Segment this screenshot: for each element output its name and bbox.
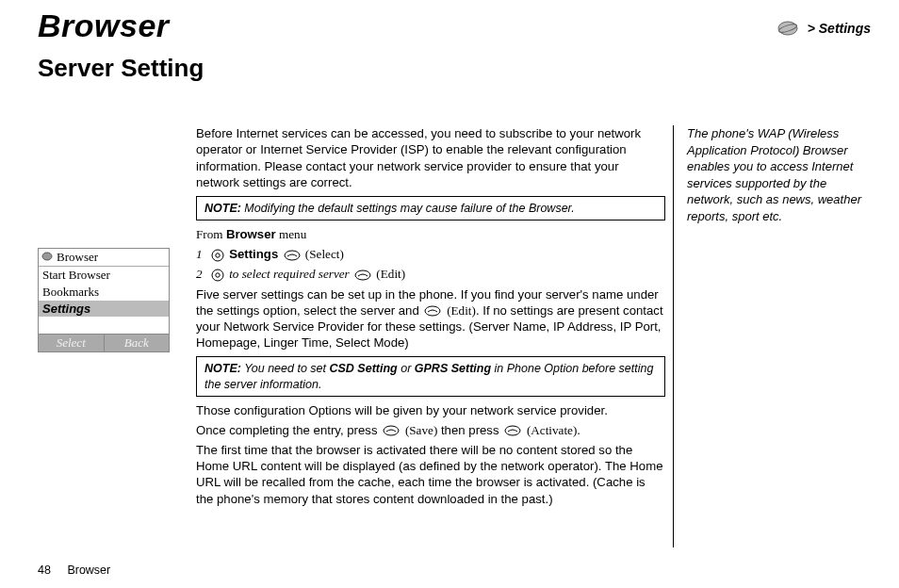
phone-title-text: Browser [57, 250, 98, 265]
sidebar-note: The phone's WAP (Wireless Application Pr… [673, 125, 871, 547]
from-prefix: From [196, 227, 226, 241]
svg-point-3 [212, 250, 223, 261]
globe-icon [41, 250, 53, 265]
phone-menu-item-selected: Settings [39, 301, 169, 317]
step-bold: Settings [229, 247, 278, 261]
paragraph: The first time that the browser is activ… [196, 442, 665, 507]
softkey-left: Select [39, 335, 104, 351]
svg-point-4 [216, 253, 220, 257]
section-heading: Server Setting [38, 54, 665, 120]
header-title: Browser [38, 8, 170, 44]
para-action: (Activate) [527, 423, 577, 437]
svg-point-5 [285, 251, 300, 260]
softkey-icon [284, 250, 301, 261]
phone-screen-title: Browser [39, 249, 169, 267]
sidebar-note-text: The phone's WAP (Wireless Application Pr… [687, 125, 871, 224]
note-box: NOTE: You need to set CSD Setting or GPR… [196, 356, 665, 397]
intro-paragraph: Before Internet services can be accessed… [196, 125, 665, 190]
breadcrumb: > Settings [776, 20, 871, 37]
para-action: (Edit) [447, 303, 476, 318]
para-text: Once completing the entry, press [196, 423, 381, 437]
svg-point-7 [216, 273, 220, 277]
note-body: Modifying the default settings may cause… [241, 202, 575, 215]
left-column: Browser Start Browser Bookmarks Settings… [38, 125, 179, 547]
note-label: NOTE: [204, 362, 241, 375]
softkey-icon [354, 270, 371, 281]
softkey-right: Back [104, 335, 170, 351]
phone-softkeys: Select Back [39, 334, 169, 351]
page-number: 48 [38, 564, 51, 577]
note-label: NOTE: [204, 202, 241, 215]
step-number: 1 [196, 247, 203, 261]
softkey-icon [424, 305, 441, 317]
para-text: . [577, 423, 580, 437]
note-body: You need to set CSD Setting or GPRS Sett… [204, 362, 653, 390]
page-footer: 48 Browser [38, 564, 110, 577]
para-action: (Save) [405, 423, 437, 437]
main-content: Before Internet services can be accessed… [196, 125, 665, 547]
from-bold: Browser [226, 227, 276, 241]
globe-icon [776, 20, 800, 37]
phone-menu-item: Bookmarks [39, 284, 169, 301]
page-header: Browser > Settings [38, 8, 871, 44]
paragraph: Five server settings can be set up in th… [196, 286, 665, 351]
footer-label: Browser [67, 564, 110, 577]
phone-screen: Browser Start Browser Bookmarks Settings… [38, 248, 170, 352]
phone-spacer [39, 317, 169, 334]
from-line: From Browser menu [196, 226, 665, 242]
paragraph: Once completing the entry, press (Save) … [196, 422, 665, 438]
step-action: (Select) [305, 247, 344, 261]
paragraph: Those configuration Options will be give… [196, 402, 665, 418]
step-text: to select required server [229, 267, 350, 281]
svg-point-10 [384, 426, 399, 435]
nav-key-icon [211, 269, 224, 282]
para-text: then press [437, 423, 502, 437]
step-number: 2 [196, 267, 203, 281]
breadcrumb-text: > Settings [808, 21, 871, 36]
svg-point-8 [355, 270, 370, 280]
step-1: 1 Settings (Select) [196, 246, 665, 262]
step-action: (Edit) [376, 267, 405, 281]
step-2: 2 to select required server (Edit) [196, 266, 665, 282]
nav-key-icon [211, 249, 224, 262]
svg-point-11 [505, 426, 520, 435]
softkey-icon [504, 425, 521, 436]
svg-point-9 [425, 306, 440, 316]
softkey-icon [383, 425, 400, 436]
svg-point-2 [42, 253, 52, 260]
phone-menu-item: Start Browser [39, 267, 169, 284]
svg-point-6 [212, 270, 223, 281]
note-box: NOTE: Modifying the default settings may… [196, 196, 665, 220]
from-suffix: menu [276, 227, 307, 241]
